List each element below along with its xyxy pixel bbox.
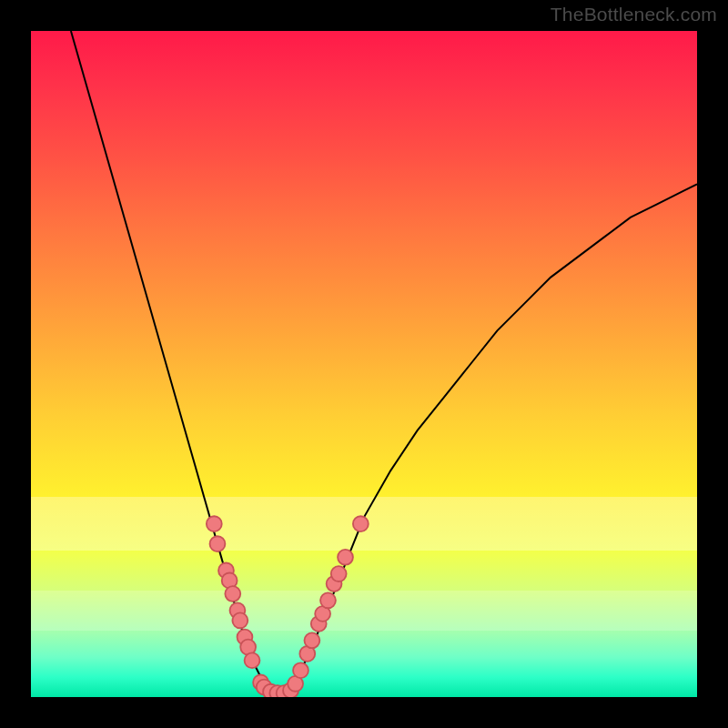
watermark-text: TheBottleneck.com [551, 4, 717, 25]
chart-overlay [31, 31, 697, 697]
marker-dot [331, 566, 347, 581]
marker-dot [293, 662, 308, 678]
marker-dot [232, 612, 248, 628]
marker-dot [207, 516, 222, 531]
marker-group [207, 516, 369, 697]
marker-dot [225, 586, 240, 602]
marker-dot [304, 632, 319, 648]
marker-dot [320, 592, 336, 608]
chart-frame: TheBottleneck.com [0, 0, 728, 728]
plot-area [31, 31, 697, 697]
bottleneck-curve-path [71, 31, 697, 693]
marker-dot [245, 652, 260, 668]
marker-dot [210, 536, 226, 551]
marker-dot [338, 550, 353, 565]
marker-dot [353, 516, 369, 531]
